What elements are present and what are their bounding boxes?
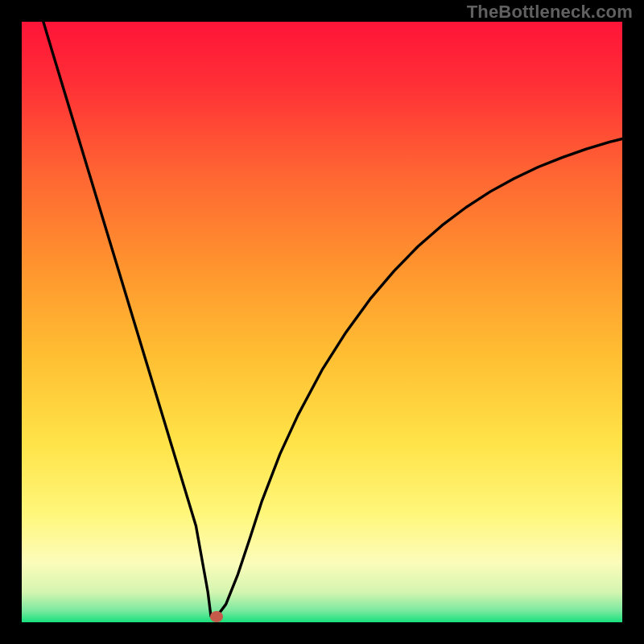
minimum-marker (210, 611, 223, 622)
plot-area (22, 22, 622, 622)
watermark-text: TheBottleneck.com (467, 2, 633, 23)
chart-frame: TheBottleneck.com (0, 0, 644, 644)
bottleneck-curve (22, 22, 622, 622)
